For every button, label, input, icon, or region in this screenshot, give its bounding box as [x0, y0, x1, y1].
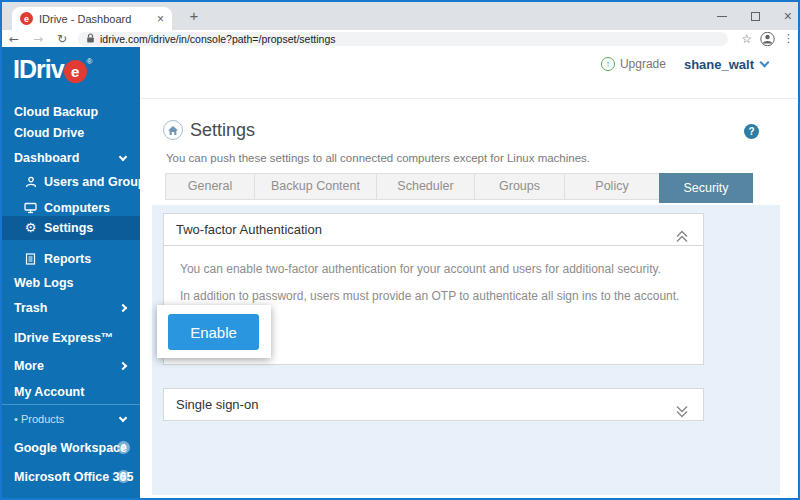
- idrive-logo[interactable]: IDriv e ®: [13, 55, 93, 84]
- sidebar: IDriv e ® Cloud Backup Cloud Drive Dashb…: [2, 47, 140, 498]
- logo-text: IDriv: [13, 55, 64, 84]
- sidebar-item-microsoft-office-365[interactable]: Microsoft Office 365?: [2, 466, 140, 488]
- panel-title: Single sign-on: [176, 397, 258, 412]
- reload-icon[interactable]: ↻: [50, 32, 74, 46]
- sidebar-item-label: My Account: [14, 385, 84, 399]
- home-icon[interactable]: [163, 120, 183, 140]
- bookmark-star-icon[interactable]: ☆: [741, 32, 752, 46]
- sidebar-item-label: IDrive Express™: [14, 331, 113, 345]
- sidebar-item-label: More: [14, 359, 44, 373]
- username: shane_walt: [684, 57, 754, 72]
- two-factor-description-line2: In addition to password, users must prov…: [180, 289, 687, 303]
- settings-tabs: General Backup Content Scheduler Groups …: [165, 173, 753, 203]
- tab-title: IDrive - Dashboard: [39, 13, 153, 25]
- maximize-icon[interactable]: [751, 12, 760, 21]
- chevron-down-icon: [119, 153, 127, 161]
- profile-avatar-icon[interactable]: [760, 32, 775, 46]
- sidebar-item-label: Microsoft Office 365: [14, 470, 133, 484]
- sidebar-item-label: Cloud Backup: [14, 105, 98, 119]
- sidebar-item-idrive-express[interactable]: IDrive Express™: [2, 327, 140, 349]
- main-content: ↑ Upgrade shane_walt Settings ? You can …: [140, 47, 798, 498]
- tab-general[interactable]: General: [165, 173, 255, 200]
- bullet-icon: •: [14, 413, 18, 425]
- sidebar-item-label: Settings: [44, 216, 93, 240]
- help-badge-icon[interactable]: ?: [117, 441, 130, 454]
- chevron-right-icon: [119, 362, 127, 370]
- gear-icon: ⚙: [24, 222, 37, 235]
- address-bar[interactable]: idrive.com/idrive/in/console?path=/props…: [78, 32, 728, 46]
- sidebar-item-label: Web Logs: [14, 276, 74, 290]
- sidebar-item-label: Products: [21, 413, 64, 425]
- computers-icon: [24, 202, 37, 215]
- sidebar-item-dashboard[interactable]: Dashboard: [2, 147, 140, 169]
- logo-lock-icon: e: [64, 60, 87, 83]
- tab-groups[interactable]: Groups: [474, 173, 565, 200]
- browser-tab-strip: e IDrive - Dashboard × + ×: [2, 2, 798, 30]
- sidebar-item-google-workspace[interactable]: Google Workspace?: [2, 437, 140, 459]
- sidebar-item-trash[interactable]: Trash: [2, 297, 140, 319]
- sidebar-item-more[interactable]: More: [2, 355, 140, 377]
- minimize-icon[interactable]: [717, 16, 727, 17]
- tab-scheduler[interactable]: Scheduler: [376, 173, 475, 200]
- sidebar-item-users-and-groups[interactable]: Users and Groups: [2, 171, 140, 193]
- upgrade-arrow-icon: ↑: [601, 57, 615, 71]
- back-icon[interactable]: ←: [2, 32, 26, 46]
- browser-toolbar: ← → ↻ idrive.com/idrive/in/console?path=…: [2, 30, 798, 47]
- help-icon[interactable]: ?: [744, 124, 759, 139]
- upgrade-label: Upgrade: [620, 57, 666, 71]
- url-text: idrive.com/idrive/in/console?path=/props…: [100, 33, 336, 45]
- tab-security[interactable]: Security: [659, 173, 753, 203]
- expand-icon[interactable]: [675, 398, 689, 430]
- chevron-down-icon: [760, 58, 770, 68]
- enable-button-callout: Enable: [157, 305, 271, 358]
- reports-icon: [24, 253, 37, 266]
- chevron-down-icon: [119, 414, 127, 422]
- account-bar: ↑ Upgrade shane_walt: [140, 47, 798, 99]
- single-sign-on-panel-header[interactable]: Single sign-on: [164, 389, 703, 420]
- two-factor-panel-header[interactable]: Two-factor Authentication: [164, 214, 703, 246]
- sidebar-item-label: Reports: [44, 248, 91, 270]
- tab-policy[interactable]: Policy: [564, 173, 660, 200]
- upgrade-link[interactable]: ↑ Upgrade: [601, 57, 666, 71]
- sidebar-item-reports[interactable]: Reports: [2, 248, 140, 270]
- sidebar-item-web-logs[interactable]: Web Logs: [2, 272, 140, 294]
- two-factor-panel-body: You can enable two-factor authentication…: [164, 246, 703, 303]
- help-badge-icon[interactable]: ?: [117, 470, 130, 483]
- sidebar-item-cloud-drive[interactable]: Cloud Drive: [2, 122, 140, 144]
- collapse-icon[interactable]: [675, 223, 689, 255]
- user-menu[interactable]: shane_walt: [684, 57, 768, 72]
- sidebar-item-label: Google Workspace: [14, 441, 127, 455]
- page-title: Settings: [190, 120, 255, 141]
- close-tab-icon[interactable]: ×: [157, 12, 164, 26]
- sidebar-item-label: Cloud Drive: [14, 126, 84, 140]
- window-close-icon[interactable]: ×: [784, 9, 792, 23]
- users-icon: [24, 176, 37, 189]
- sidebar-item-label: Trash: [14, 301, 47, 315]
- panel-title: Two-factor Authentication: [176, 222, 322, 237]
- enable-button[interactable]: Enable: [168, 314, 259, 350]
- two-factor-description-line1: You can enable two-factor authentication…: [180, 262, 687, 276]
- browser-tab[interactable]: e IDrive - Dashboard ×: [12, 7, 172, 30]
- idrive-favicon: e: [20, 12, 33, 25]
- sidebar-divider: [2, 404, 140, 405]
- sidebar-item-settings[interactable]: ⚙ Settings: [2, 216, 140, 240]
- chevron-right-icon: [119, 304, 127, 312]
- sidebar-section-products[interactable]: • Products: [2, 408, 140, 430]
- new-tab-button[interactable]: +: [184, 6, 204, 26]
- sidebar-item-my-account[interactable]: My Account: [2, 381, 140, 403]
- sidebar-item-label: Dashboard: [14, 151, 79, 165]
- tab-backup-content[interactable]: Backup Content: [254, 173, 377, 200]
- single-sign-on-panel: Single sign-on: [163, 388, 704, 421]
- sidebar-item-cloud-backup[interactable]: Cloud Backup: [2, 101, 140, 123]
- page-description: You can push these settings to all conne…: [166, 152, 590, 164]
- kebab-menu-icon[interactable]: ⋮: [783, 32, 794, 45]
- browser-window: e IDrive - Dashboard × + × ← → ↻ idrive.…: [0, 0, 800, 500]
- forward-icon[interactable]: →: [26, 32, 50, 46]
- sidebar-item-label: Users and Groups: [44, 171, 152, 193]
- lock-icon: [86, 33, 95, 44]
- logo-registered-mark: ®: [87, 57, 93, 66]
